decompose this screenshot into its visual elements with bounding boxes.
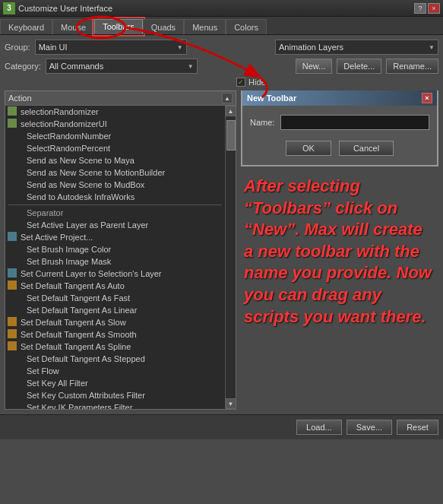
list-item[interactable]: Set Default Tangent As Auto (5, 280, 225, 292)
dialog-close-button[interactable]: × (422, 93, 432, 103)
list-scrollbar[interactable]: ▲ ▼ (225, 106, 236, 409)
new-button[interactable]: New... (296, 59, 333, 74)
list-header: Action ▲ (5, 90, 236, 105)
list-item[interactable]: Set Flow (5, 365, 225, 377)
category-label: Category: (5, 62, 41, 71)
bottom-bar: Load... Save... Reset (0, 414, 443, 439)
action-list-container: selectionRandomizer selectionRandomizerU… (5, 105, 236, 410)
list-item[interactable]: Set Default Tangent As Spline (5, 341, 225, 353)
list-item[interactable]: Send as New Scene to MotionBuilder (5, 166, 225, 179)
main-content: Group: Main UI ▼ Animation Layers ▼ Cate… (0, 35, 443, 414)
list-item[interactable]: Set Key IK Parameters Filter (5, 401, 225, 410)
list-item[interactable]: Set Default Tangent As Linear (5, 304, 225, 316)
list-item[interactable]: Set Brush Image Mask (5, 255, 225, 268)
new-toolbar-dialog: New Toolbar × Name: OK Cancel (241, 90, 438, 166)
list-item-set-active-layer[interactable]: Set Active Layer as Parent Layer (5, 219, 225, 231)
group-label: Group: (5, 43, 30, 52)
list-item[interactable]: selectionRandomizerUI (5, 118, 225, 130)
hide-checkbox-row: ✓ Hide (236, 78, 438, 87)
scroll-thumb[interactable] (226, 120, 236, 151)
reset-button[interactable]: Reset (397, 420, 438, 435)
list-item[interactable]: Set Default Tangent As Smooth (5, 328, 225, 341)
close-button[interactable]: × (428, 3, 440, 14)
list-item[interactable]: Set Key Custom Attributes Filter (5, 389, 225, 401)
tab-quads[interactable]: Quads (143, 19, 184, 34)
dialog-buttons: OK Cancel (250, 141, 429, 156)
list-item[interactable]: Set Default Tangent As Fast (5, 292, 225, 304)
scroll-down-button[interactable]: ▼ (226, 398, 236, 409)
hide-checkbox[interactable]: ✓ (236, 78, 245, 87)
group-row: Group: Main UI ▼ Animation Layers ▼ (5, 40, 438, 55)
columns-container: Action ▲ selectionRandomizer selectionRa… (5, 90, 438, 410)
annotation-text: After selecting “Toolbars” click on “New… (241, 176, 438, 328)
dialog-title-text: New Toolbar (247, 94, 296, 103)
list-item[interactable]: Send to Autodesk InfraWorks (5, 191, 225, 203)
list-item-set-current-layer[interactable]: Set Current Layer to Selection's Layer (5, 268, 225, 280)
tab-toolbars[interactable]: Toolbars (94, 19, 143, 34)
list-item[interactable]: Set Active Project... (5, 231, 225, 243)
delete-button[interactable]: Delete... (337, 59, 381, 74)
scroll-up-button[interactable]: ▲ (226, 106, 236, 116)
list-item-separator-label[interactable]: Separator (5, 207, 225, 219)
tab-menus[interactable]: Menus (184, 19, 226, 34)
dialog-title-bar: New Toolbar × (242, 90, 437, 106)
action-list-panel: Action ▲ selectionRandomizer selectionRa… (5, 90, 236, 410)
animation-layers-dropdown[interactable]: Animation Layers ▼ (275, 40, 438, 55)
category-dropdown[interactable]: All Commands ▼ (46, 59, 198, 74)
dialog-body: Name: OK Cancel (242, 106, 437, 165)
list-item[interactable]: Send as New Scene to MudBox (5, 179, 225, 191)
dialog-ok-button[interactable]: OK (286, 141, 331, 156)
save-button[interactable]: Save... (346, 420, 392, 435)
tab-keyboard[interactable]: Keyboard (0, 19, 52, 34)
dialog-cancel-button[interactable]: Cancel (339, 141, 394, 156)
category-row: Category: All Commands ▼ New... Delete..… (5, 59, 438, 74)
window-controls: ? × (414, 3, 440, 14)
list-item[interactable]: Set Default Tangent As Stepped (5, 353, 225, 365)
right-panel: New Toolbar × Name: OK Cancel (241, 90, 438, 410)
list-item[interactable]: Set Default Tangent As Slow (5, 316, 225, 328)
list-scroll-up[interactable]: ▲ (222, 93, 233, 103)
list-separator (8, 204, 222, 205)
dialog-name-input[interactable] (280, 115, 429, 130)
title-bar: 3 Customize User Interface ? × (0, 0, 443, 17)
list-item[interactable]: SelectRandomNumber (5, 130, 225, 142)
tab-bar: Keyboard Mouse Toolbars Quads Menus Colo… (0, 17, 443, 35)
list-item[interactable]: Set Key All Filter (5, 377, 225, 389)
tab-mouse[interactable]: Mouse (52, 19, 94, 34)
rename-button[interactable]: Rename... (386, 59, 438, 74)
list-item-send-maya[interactable]: Send as New Scene to Maya (5, 154, 225, 166)
list-item[interactable]: SelectRandomPercent (5, 142, 225, 154)
scroll-track (226, 116, 236, 398)
app-icon: 3 (3, 2, 15, 14)
help-button[interactable]: ? (414, 3, 426, 14)
tab-colors[interactable]: Colors (226, 19, 267, 34)
hide-label: Hide (248, 78, 266, 87)
dialog-name-row: Name: (250, 115, 429, 130)
list-item-set-brush-image-color[interactable]: Set Brush Image Color (5, 243, 225, 255)
load-button[interactable]: Load... (296, 420, 342, 435)
dialog-name-label: Name: (250, 118, 274, 127)
group-dropdown[interactable]: Main UI ▼ (35, 40, 187, 55)
window-title: Customize User Interface (18, 4, 414, 13)
list-item[interactable]: selectionRandomizer (5, 106, 225, 118)
